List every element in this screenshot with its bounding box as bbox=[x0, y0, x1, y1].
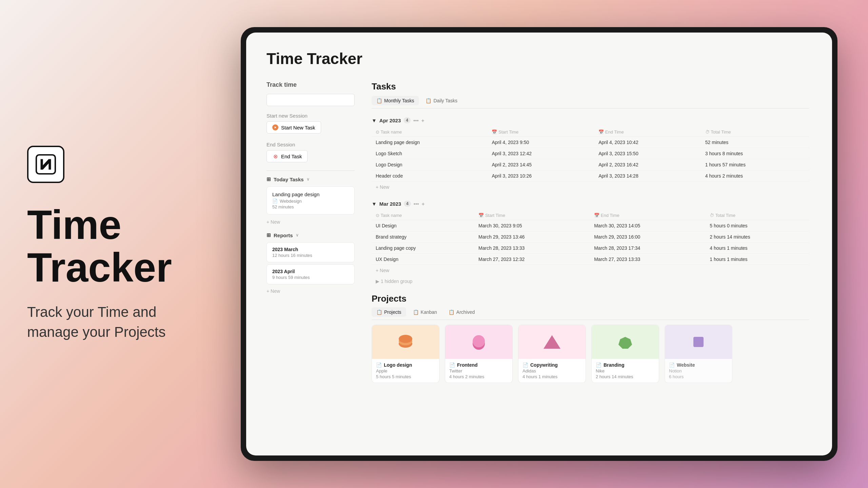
project-card-client-logo: Apple bbox=[376, 368, 435, 373]
col-start-time-apr: 📅 Start Time bbox=[488, 127, 594, 137]
report-card-march: 2023 March 12 hours 16 minutes bbox=[267, 242, 355, 262]
project-card-branding[interactable]: 📄 Branding Nike 2 hours 14 minutes bbox=[591, 325, 659, 383]
project-card-name-branding: 📄 Branding bbox=[596, 362, 655, 368]
project-card-logo[interactable]: 📄 Logo design Apple 5 hours 5 minutes bbox=[372, 325, 439, 383]
group-header-mar: ▼ Mar 2023 4 ••• + bbox=[372, 198, 809, 209]
tasks-section-title: Tasks bbox=[372, 81, 809, 92]
project-card-image-branding bbox=[592, 325, 659, 359]
end-time: April 3, 2023 15:50 bbox=[594, 148, 701, 159]
group-dots-apr[interactable]: ••• bbox=[413, 118, 419, 123]
col-end-time-mar: 📅 End Time bbox=[590, 211, 706, 220]
task-card-sub: 📄 Webdesign bbox=[272, 199, 349, 204]
end-cal-icon: 📅 bbox=[598, 129, 604, 135]
reports-expand[interactable]: ∨ bbox=[296, 233, 299, 238]
tab-archived[interactable]: 📋 Archived bbox=[444, 307, 479, 317]
kanban-tab-icon: 📋 bbox=[413, 309, 419, 315]
tab-monthly-tasks[interactable]: 📋 Monthly Tasks bbox=[372, 96, 419, 105]
table-row: Landing page copy March 28, 2023 13:33 M… bbox=[372, 243, 809, 254]
task-icon2: ⊙ bbox=[376, 213, 379, 218]
svg-marker-1 bbox=[275, 126, 276, 128]
branding-doc-icon: 📄 bbox=[596, 362, 601, 368]
tasks-scroll[interactable]: Tasks 📋 Monthly Tasks 📋 Daily Tasks bbox=[372, 81, 812, 439]
group-month-mar: Mar 2023 bbox=[379, 201, 401, 207]
project-card-copy[interactable]: 📄 Copywriting Adidas 4 hours 1 minutes bbox=[518, 325, 586, 383]
tab-kanban[interactable]: 📋 Kanban bbox=[408, 307, 442, 317]
start-cal-icon: 📅 bbox=[492, 129, 497, 135]
project-card-name-logo: 📄 Logo design bbox=[376, 362, 435, 368]
project-card-body-frontend: 📄 Frontend Twitter 4 hours 2 minutes bbox=[445, 359, 512, 383]
group-add-mar[interactable]: + bbox=[422, 201, 425, 207]
reports-icon: ⊞ bbox=[267, 232, 271, 238]
tab-daily-tasks[interactable]: 📋 Daily Tasks bbox=[421, 96, 462, 105]
hidden-group-chevron: ▶ bbox=[376, 279, 379, 284]
project-card-client-branding: Nike bbox=[596, 368, 655, 373]
today-tasks-icon: ⊞ bbox=[267, 176, 271, 182]
svg-point-4 bbox=[399, 335, 412, 343]
col-task-name-apr: ⊙ Task name bbox=[372, 127, 488, 137]
tablet-screen: Time Tracker Track time Start new Sessio… bbox=[246, 33, 832, 455]
total-clock-icon2: ⏱ bbox=[710, 213, 714, 218]
total-time: 52 minutes bbox=[701, 137, 809, 148]
track-column: Track time Start new Session Start New T… bbox=[267, 81, 355, 439]
tab-projects[interactable]: 📋 Projects bbox=[372, 307, 406, 317]
mar-add-new[interactable]: + New bbox=[372, 265, 809, 276]
project-card-client-copy: Adidas bbox=[522, 368, 581, 373]
track-input-bar[interactable] bbox=[267, 94, 355, 106]
project-card-website[interactable]: 📄 Website Notion 6 hours bbox=[665, 325, 732, 383]
group-add-apr[interactable]: + bbox=[421, 118, 425, 123]
group-chevron-mar[interactable]: ▼ bbox=[372, 201, 377, 207]
start-icon bbox=[272, 124, 278, 130]
project-card-time-frontend: 4 hours 2 minutes bbox=[449, 374, 508, 379]
group-count-mar: 4 bbox=[404, 201, 411, 207]
group-chevron-apr[interactable]: ▼ bbox=[372, 118, 377, 123]
end-time: March 27, 2023 13:33 bbox=[590, 254, 706, 265]
task-table-apr: ⊙ Task name 📅 Start Time 📅 End Time bbox=[372, 127, 809, 182]
start-time: March 28, 2023 13:33 bbox=[474, 243, 590, 254]
report-card-april: 2023 April 9 hours 59 minutes bbox=[267, 264, 355, 284]
projects-section: Projects 📋 Projects 📋 Kanban bbox=[372, 293, 809, 383]
start-new-task-button[interactable]: Start New Task bbox=[267, 121, 321, 134]
hidden-group[interactable]: ▶ 1 hidden group bbox=[372, 276, 809, 287]
task-name: Brand strategy bbox=[372, 231, 474, 243]
report-april-title: 2023 April bbox=[272, 269, 349, 274]
task-name: UX Design bbox=[372, 254, 474, 265]
table-row: Logo Design April 2, 2023 14:45 April 2,… bbox=[372, 159, 809, 170]
task-name: Logo Design bbox=[372, 159, 488, 170]
reports-add-new-button[interactable]: + New bbox=[267, 286, 355, 296]
projects-title: Projects bbox=[372, 293, 809, 304]
end-task-button[interactable]: ⊗ End Task bbox=[267, 150, 308, 162]
project-card-time-logo: 5 hours 5 minutes bbox=[376, 374, 435, 379]
start-cal-icon2: 📅 bbox=[478, 213, 484, 218]
col-end-time-apr: 📅 End Time bbox=[594, 127, 701, 137]
project-cards: 📄 Logo design Apple 5 hours 5 minutes bbox=[372, 325, 809, 383]
add-new-button[interactable]: + New bbox=[267, 217, 355, 227]
project-card-client-website: Notion bbox=[669, 368, 728, 373]
hero-title: Time Tracker bbox=[27, 203, 197, 289]
project-tab-bar: 📋 Projects 📋 Kanban 📋 bbox=[372, 307, 809, 320]
col-start-time-mar: 📅 Start Time bbox=[474, 211, 590, 220]
project-card-name-website: 📄 Website bbox=[669, 362, 728, 368]
project-card-frontend[interactable]: 📄 Frontend Twitter 4 hours 2 minutes bbox=[445, 325, 513, 383]
divider bbox=[267, 170, 355, 171]
task-name: Landing page design bbox=[372, 137, 488, 148]
today-tasks-expand[interactable]: ∨ bbox=[307, 177, 310, 182]
apr-add-new[interactable]: + New bbox=[372, 182, 809, 192]
today-task-card: Landing page design 📄 Webdesign 52 minut… bbox=[267, 186, 355, 215]
project-card-image-copy bbox=[518, 325, 586, 359]
total-time: 1 hours 1 minutes bbox=[706, 254, 809, 265]
start-time: March 29, 2023 13:46 bbox=[474, 231, 590, 243]
task-card-time: 52 minutes bbox=[272, 204, 349, 209]
project-card-body-logo: 📄 Logo design Apple 5 hours 5 minutes bbox=[372, 359, 439, 383]
group-dots-mar[interactable]: ••• bbox=[414, 201, 419, 207]
page-title: Time Tracker bbox=[267, 49, 812, 68]
project-card-image-website bbox=[665, 325, 732, 359]
tasks-column: Tasks 📋 Monthly Tasks 📋 Daily Tasks bbox=[372, 81, 812, 439]
projects-tab-icon: 📋 bbox=[376, 309, 382, 315]
project-card-body-website: 📄 Website Notion 6 hours bbox=[665, 359, 732, 383]
col-total-time-apr: ⏱ Total Time bbox=[701, 127, 809, 137]
total-time: 4 hours 1 minutes bbox=[706, 243, 809, 254]
table-row: UI Design March 30, 2023 9:05 March 30, … bbox=[372, 220, 809, 231]
end-cal-icon2: 📅 bbox=[594, 213, 599, 218]
table-row: Header code April 3, 2023 10:26 April 3,… bbox=[372, 170, 809, 182]
start-time: April 2, 2023 14:45 bbox=[488, 159, 594, 170]
